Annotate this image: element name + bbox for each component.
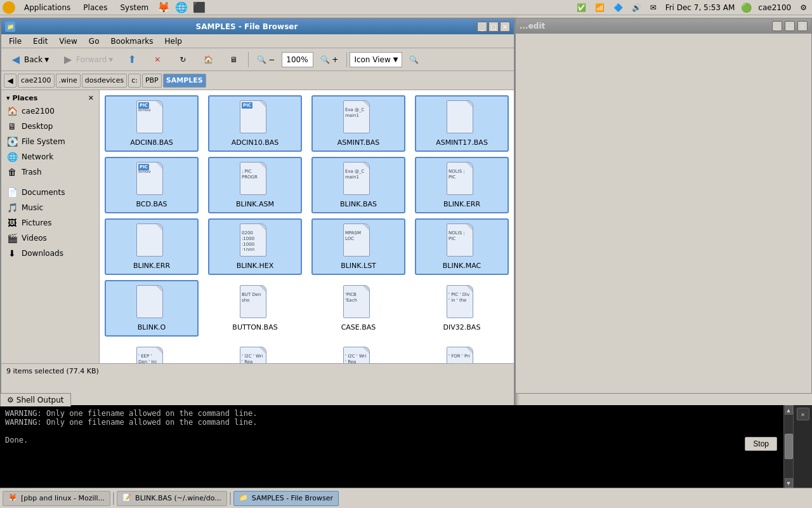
breadcrumb-samples[interactable]: SAMPLES <box>163 74 206 88</box>
forward-dropdown-icon[interactable]: ▼ <box>108 57 113 63</box>
toolbar-separator <box>248 52 249 67</box>
taskbar-filebrowser-icon: 📁 <box>239 493 249 504</box>
breadcrumb-c[interactable]: c: <box>128 74 141 88</box>
file-item[interactable]: ' I2C ' Wri ' ReaEE12CE.BAS <box>208 342 302 363</box>
file-item[interactable]: PICbinouBCD.BAS <box>105 157 199 213</box>
taskbar-item-filebrowser[interactable]: 📁 SAMPLES - File Browser <box>233 491 339 506</box>
breadcrumb-pbp[interactable]: PBP <box>142 74 162 88</box>
scroll-down-btn[interactable]: ▼ <box>785 478 793 488</box>
back-dropdown-icon[interactable]: ▼ <box>44 57 49 63</box>
firefox-icon[interactable]: 🦊 <box>157 1 170 13</box>
view-mode-select[interactable]: Icon View ▼ <box>350 52 402 67</box>
forward-button[interactable]: ▶ Forward ▼ <box>56 51 119 69</box>
antivirus-icon[interactable]: ✅ <box>574 2 589 13</box>
system-menu[interactable]: System <box>116 2 152 13</box>
breadcrumb-cae2100[interactable]: cae2100 <box>18 74 55 88</box>
file-name-label: BLINK.ASM <box>236 200 274 208</box>
file-item[interactable]: BLINK.O <box>105 280 199 337</box>
minimize-button[interactable]: _ <box>477 22 487 32</box>
editor-close-button[interactable]: ✕ <box>797 21 808 31</box>
scroll-up-btn[interactable]: ▲ <box>785 405 793 415</box>
file-item[interactable]: 'PICB 'EachCASE.BAS <box>311 280 405 337</box>
file-item[interactable]: MPASM LOCBLINK.LST <box>311 218 405 275</box>
sidebar-item-downloads[interactable]: ⬇ Downloads <box>1 246 99 261</box>
shell-tab[interactable]: ⚙ Shell Output <box>0 393 71 406</box>
file-item[interactable]: ASMINT17.BAS <box>415 95 509 152</box>
places-menu[interactable]: Places <box>79 2 111 13</box>
fb-sidebar: ▾ Places ✕ 🏠 cae2100 🖥 Desktop 💽 File Sy… <box>1 90 100 363</box>
taskbar-item-firefox[interactable]: 🦊 [pbp and linux - Mozill... <box>3 491 110 506</box>
sidebar-item-cae2100[interactable]: 🏠 cae2100 <box>1 104 99 119</box>
fb-filegrid[interactable]: PICbinouADCIN8.BASPICADCIN10.BASExa @_C … <box>100 90 514 363</box>
editor-maximize-button[interactable]: □ <box>785 21 795 31</box>
editor-minimize-button[interactable]: _ <box>772 21 782 31</box>
sidebar-item-trash[interactable]: 🗑 Trash <box>1 164 99 180</box>
back-button[interactable]: ◀ Back ▼ <box>4 51 55 69</box>
help-menu[interactable]: Help <box>160 36 187 47</box>
maximize-button[interactable]: □ <box>488 22 499 32</box>
zoom-out-button[interactable]: 🔍 − <box>251 51 280 69</box>
file-item[interactable]: PICADCIN10.BAS <box>208 95 302 152</box>
bookmarks-menu[interactable]: Bookmarks <box>105 36 158 47</box>
file-icon: BUT Den sho <box>240 285 270 321</box>
network-status-icon[interactable]: 📶 <box>593 2 607 13</box>
desktop-icon: 🖥 <box>6 121 18 132</box>
stop-shell-button[interactable]: Stop <box>745 437 777 451</box>
refresh-button[interactable]: ↻ <box>171 51 195 69</box>
file-item[interactable]: 0200 :1000 :1000 :1000BLINK.HEX <box>208 218 302 275</box>
places-header[interactable]: ▾ Places ✕ <box>1 93 99 104</box>
file-item[interactable]: BUT Den shoBUTTON.BAS <box>208 280 302 337</box>
file-item[interactable]: NOLIS ; PICBLINK.MAC <box>415 218 509 275</box>
scroll-thumb[interactable] <box>785 434 793 459</box>
file-item[interactable]: BLINK.ERR <box>105 218 199 275</box>
network-icon[interactable]: 🌐 <box>175 1 188 13</box>
file-menu[interactable]: File <box>4 36 27 47</box>
go-menu[interactable]: Go <box>84 36 105 47</box>
file-item[interactable]: PICbinouADCIN8.BAS <box>105 95 199 152</box>
edit-menu[interactable]: Edit <box>28 36 53 47</box>
file-name-label: BUTTON.BAS <box>232 323 277 331</box>
home-sidebar-icon: 🏠 <box>6 105 18 117</box>
sidebar-item-filesystem[interactable]: 💽 File System <box>1 134 99 149</box>
file-item[interactable]: ' EEP ' Den ' IniEE.BAS <box>105 342 199 363</box>
stop-button[interactable]: ✕ <box>145 51 169 69</box>
up-button[interactable]: ⬆ <box>120 51 144 69</box>
email-icon[interactable]: ✉️ <box>648 2 659 13</box>
file-item[interactable]: ' I2C ' Wri ' ReaEE16CE.BAS <box>311 342 405 363</box>
places-close-icon[interactable]: ✕ <box>88 94 94 102</box>
file-item[interactable]: Exa @_C main1ASMINT.BAS <box>311 95 405 152</box>
bluetooth-icon[interactable]: 🔷 <box>611 2 625 13</box>
sidebar-item-videos[interactable]: 🎬 Videos <box>1 231 99 246</box>
file-item[interactable]: ' FOR ' PriFOR.BAS <box>415 342 509 363</box>
zoom-in-button[interactable]: 🔍 + <box>315 51 344 69</box>
power-icon[interactable]: ⚙ <box>797 2 809 13</box>
taskbar-item-editor[interactable]: 📝 BLINK.BAS (~/.wine/do... <box>117 491 227 506</box>
breadcrumb-wine[interactable]: .wine <box>56 74 81 88</box>
file-name-label: ADCIN10.BAS <box>232 138 279 147</box>
sidebar-videos-label: Videos <box>22 234 47 243</box>
breadcrumb-dosdevices[interactable]: dosdevices <box>82 74 127 88</box>
computer-button[interactable]: 🖥 <box>221 51 246 69</box>
home-button[interactable]: 🏠 <box>196 51 220 69</box>
file-item[interactable]: ' PIC ' Div ' in ' theDIV32.BAS <box>415 280 509 337</box>
search-button[interactable]: 🔍 <box>403 51 424 69</box>
status-text: 9 items selected (77.4 KB) <box>6 367 99 375</box>
file-item[interactable]: NOLIS ; PICBLINK.ERR <box>415 157 509 213</box>
volume-icon[interactable]: 🔊 <box>629 2 644 13</box>
file-item[interactable]: Exa @_C main1BLINK.BAS <box>311 157 405 213</box>
view-menu[interactable]: View <box>54 36 82 47</box>
sidebar-item-network[interactable]: 🌐 Network <box>1 149 99 164</box>
close-button[interactable]: ✕ <box>500 22 510 32</box>
sidebar-item-documents[interactable]: 📄 Documents <box>1 185 99 200</box>
file-item[interactable]: ; PIC PROGRBLINK.ASM <box>208 157 302 213</box>
file-icon-badge: PIC <box>138 164 149 170</box>
loc-nav-left[interactable]: ◀ <box>4 74 16 88</box>
shell-close-btn[interactable]: ✕ <box>797 408 809 420</box>
sidebar-item-desktop[interactable]: 🖥 Desktop <box>1 119 99 134</box>
terminal-icon[interactable]: ⬛ <box>193 1 206 13</box>
shell-scrollbar[interactable]: ▲ ▼ <box>783 405 793 488</box>
sidebar-item-music[interactable]: 🎵 Music <box>1 200 99 215</box>
taskbar-editor-label: BLINK.BAS (~/.wine/do... <box>135 494 221 502</box>
applications-menu[interactable]: Applications <box>20 2 74 13</box>
sidebar-item-pictures[interactable]: 🖼 Pictures <box>1 215 99 231</box>
